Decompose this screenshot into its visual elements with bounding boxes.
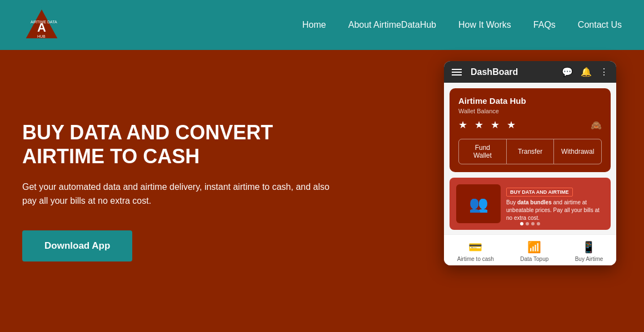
bottom-nav-data-topup[interactable]: 📶 Data Topup	[520, 240, 548, 262]
promo-banner: 👥 BUY DATA AND AIRTIME Buy data bundles …	[450, 178, 611, 230]
buy-airtime-label: Buy Airtime	[575, 256, 603, 262]
dashboard-icons: 💬 🔔 ⋮	[562, 67, 608, 77]
bottom-navigation: 💳 Airtime to cash 📶 Data Topup 📱 Buy Air…	[444, 234, 616, 265]
nav-how-it-works[interactable]: How It Works	[458, 20, 511, 29]
nav-contact-us[interactable]: Contact Us	[578, 20, 622, 29]
hero-text-block: BUY DATA AND CONVERT AIRTIME TO CASH Get…	[22, 120, 333, 261]
buy-airtime-icon: 📱	[582, 240, 596, 254]
svg-text:HUB: HUB	[37, 34, 46, 38]
dashboard-bar: DashBoard 💬 🔔 ⋮	[444, 61, 616, 83]
svg-text:AIRTIME: AIRTIME	[31, 20, 47, 24]
wallet-app-name: Airtime Data Hub	[458, 96, 602, 105]
notification-icon[interactable]: 🔔	[581, 67, 592, 77]
withdrawal-button[interactable]: Withdrawal	[554, 139, 601, 164]
data-topup-icon: 📶	[527, 240, 541, 254]
banner-dots	[450, 222, 611, 225]
nav-home[interactable]: Home	[302, 20, 326, 29]
wallet-balance-row: ★ ★ ★ ★ 🙈	[458, 119, 602, 131]
bottom-nav-buy-airtime[interactable]: 📱 Buy Airtime	[575, 240, 603, 262]
banner-image: 👥	[456, 184, 501, 223]
dot-1[interactable]	[520, 222, 523, 225]
hero-section: BUY DATA AND CONVERT AIRTIME TO CASH Get…	[0, 50, 644, 332]
app-mockup: DashBoard 💬 🔔 ⋮ Airtime Data Hub Wallet …	[444, 61, 616, 265]
dot-4[interactable]	[537, 222, 540, 225]
banner-badge-main: DATA AND AIRTIME	[522, 189, 568, 195]
toggle-balance-icon[interactable]: 🙈	[591, 120, 602, 130]
nav-faqs[interactable]: FAQs	[533, 20, 556, 29]
wallet-balance-label: Wallet Balance	[458, 108, 602, 114]
fund-wallet-button[interactable]: FundWallet	[459, 139, 507, 164]
dot-2[interactable]	[526, 222, 529, 225]
banner-badge: BUY DATA AND AIRTIME	[506, 188, 573, 197]
bottom-nav-airtime-to-cash[interactable]: 💳 Airtime to cash	[457, 240, 494, 262]
svg-text:DATA: DATA	[47, 20, 57, 24]
more-options-icon[interactable]: ⋮	[600, 67, 608, 77]
wallet-card: Airtime Data Hub Wallet Balance ★ ★ ★ ★ …	[450, 88, 611, 172]
dot-3[interactable]	[531, 222, 535, 225]
logo-icon: A AIRTIME DATA HUB	[22, 6, 61, 44]
transfer-button[interactable]: Transfer	[507, 139, 555, 164]
logo: A AIRTIME DATA HUB	[22, 6, 61, 44]
wallet-actions: FundWallet Transfer Withdrawal	[458, 139, 602, 164]
message-icon[interactable]: 💬	[562, 67, 573, 77]
main-nav: Home About AirtimeDataHub How It Works F…	[302, 20, 622, 30]
hamburger-menu[interactable]	[452, 69, 462, 76]
header: A AIRTIME DATA HUB Home About AirtimeDat…	[0, 0, 644, 50]
airtime-to-cash-icon: 💳	[468, 240, 482, 254]
airtime-to-cash-label: Airtime to cash	[457, 256, 494, 262]
hero-title: BUY DATA AND CONVERT AIRTIME TO CASH	[22, 120, 333, 168]
data-topup-label: Data Topup	[520, 256, 548, 262]
nav-about[interactable]: About AirtimeDataHub	[348, 20, 436, 29]
hero-subtitle: Get your automated data and airtime deli…	[22, 180, 333, 208]
download-app-button[interactable]: Download App	[22, 230, 132, 261]
banner-content: BUY DATA AND AIRTIME Buy data bundles an…	[506, 186, 604, 222]
dashboard-title: DashBoard	[471, 67, 562, 77]
wallet-balance-masked: ★ ★ ★ ★	[458, 119, 518, 131]
